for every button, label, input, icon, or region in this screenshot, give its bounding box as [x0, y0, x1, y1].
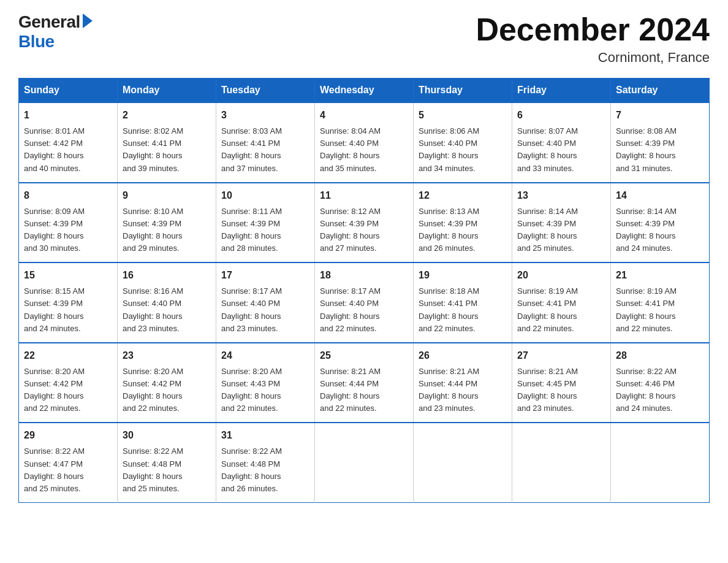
- day-info: Sunrise: 8:13 AMSunset: 4:39 PMDaylight:…: [419, 205, 507, 255]
- calendar-cell: 19Sunrise: 8:18 AMSunset: 4:41 PMDayligh…: [414, 262, 512, 343]
- day-info: Sunrise: 8:11 AMSunset: 4:39 PMDaylight:…: [221, 205, 309, 255]
- header-day-monday: Monday: [118, 79, 216, 103]
- day-info: Sunrise: 8:18 AMSunset: 4:41 PMDaylight:…: [419, 285, 507, 335]
- day-info: Sunrise: 8:17 AMSunset: 4:40 PMDaylight:…: [320, 285, 408, 335]
- day-number: 21: [616, 268, 704, 283]
- day-number: 6: [517, 108, 605, 123]
- calendar-cell: 27Sunrise: 8:21 AMSunset: 4:45 PMDayligh…: [512, 343, 611, 423]
- calendar-cell: 12Sunrise: 8:13 AMSunset: 4:39 PMDayligh…: [414, 183, 512, 263]
- header-day-sunday: Sunday: [19, 79, 118, 103]
- calendar-cell: 6Sunrise: 8:07 AMSunset: 4:40 PMDaylight…: [512, 102, 611, 183]
- day-number: 27: [517, 348, 605, 363]
- day-info: Sunrise: 8:04 AMSunset: 4:40 PMDaylight:…: [320, 125, 408, 175]
- calendar-cell: 17Sunrise: 8:17 AMSunset: 4:40 PMDayligh…: [216, 262, 315, 343]
- calendar-cell: 25Sunrise: 8:21 AMSunset: 4:44 PMDayligh…: [315, 343, 414, 423]
- day-number: 11: [320, 188, 408, 203]
- logo-blue-text: Blue: [18, 32, 55, 52]
- day-info: Sunrise: 8:09 AMSunset: 4:39 PMDaylight:…: [24, 205, 112, 255]
- day-number: 1: [24, 108, 112, 123]
- calendar-cell: 5Sunrise: 8:06 AMSunset: 4:40 PMDaylight…: [414, 102, 512, 183]
- day-info: Sunrise: 8:12 AMSunset: 4:39 PMDaylight:…: [320, 205, 408, 255]
- calendar-week-row: 22Sunrise: 8:20 AMSunset: 4:42 PMDayligh…: [19, 343, 710, 423]
- calendar-cell: [512, 423, 611, 502]
- day-info: Sunrise: 8:22 AMSunset: 4:47 PMDaylight:…: [24, 445, 112, 495]
- logo-arrow-icon: [83, 13, 93, 28]
- day-number: 31: [221, 428, 309, 443]
- calendar-cell: [315, 423, 414, 502]
- day-info: Sunrise: 8:22 AMSunset: 4:48 PMDaylight:…: [123, 445, 211, 495]
- day-number: 12: [419, 188, 507, 203]
- calendar-cell: 7Sunrise: 8:08 AMSunset: 4:39 PMDaylight…: [611, 102, 710, 183]
- day-info: Sunrise: 8:21 AMSunset: 4:44 PMDaylight:…: [419, 366, 507, 415]
- day-number: 2: [123, 108, 211, 123]
- calendar-cell: 1Sunrise: 8:01 AMSunset: 4:42 PMDaylight…: [19, 102, 118, 183]
- calendar-header-row: SundayMondayTuesdayWednesdayThursdayFrid…: [19, 79, 710, 103]
- day-info: Sunrise: 8:20 AMSunset: 4:42 PMDaylight:…: [123, 366, 211, 415]
- calendar-cell: [414, 423, 512, 502]
- day-info: Sunrise: 8:02 AMSunset: 4:41 PMDaylight:…: [123, 125, 211, 175]
- day-number: 28: [616, 348, 704, 363]
- day-number: 18: [320, 268, 408, 283]
- day-info: Sunrise: 8:17 AMSunset: 4:40 PMDaylight:…: [221, 285, 309, 335]
- day-number: 22: [24, 348, 112, 363]
- calendar-week-row: 8Sunrise: 8:09 AMSunset: 4:39 PMDaylight…: [19, 183, 710, 263]
- calendar-cell: 24Sunrise: 8:20 AMSunset: 4:43 PMDayligh…: [216, 343, 315, 423]
- day-info: Sunrise: 8:16 AMSunset: 4:40 PMDaylight:…: [123, 285, 211, 335]
- calendar-cell: 22Sunrise: 8:20 AMSunset: 4:42 PMDayligh…: [19, 343, 118, 423]
- calendar-cell: 2Sunrise: 8:02 AMSunset: 4:41 PMDaylight…: [118, 102, 216, 183]
- day-number: 23: [123, 348, 211, 363]
- day-number: 5: [419, 108, 507, 123]
- day-info: Sunrise: 8:03 AMSunset: 4:41 PMDaylight:…: [221, 125, 309, 175]
- day-number: 26: [419, 348, 507, 363]
- calendar-cell: 3Sunrise: 8:03 AMSunset: 4:41 PMDaylight…: [216, 102, 315, 183]
- day-info: Sunrise: 8:10 AMSunset: 4:39 PMDaylight:…: [123, 205, 211, 255]
- day-info: Sunrise: 8:14 AMSunset: 4:39 PMDaylight:…: [517, 205, 605, 255]
- calendar-week-row: 29Sunrise: 8:22 AMSunset: 4:47 PMDayligh…: [19, 423, 710, 502]
- day-info: Sunrise: 8:08 AMSunset: 4:39 PMDaylight:…: [616, 125, 704, 175]
- day-number: 10: [221, 188, 309, 203]
- day-number: 14: [616, 188, 704, 203]
- calendar-cell: 21Sunrise: 8:19 AMSunset: 4:41 PMDayligh…: [611, 262, 710, 343]
- day-info: Sunrise: 8:01 AMSunset: 4:42 PMDaylight:…: [24, 125, 112, 175]
- calendar-cell: 13Sunrise: 8:14 AMSunset: 4:39 PMDayligh…: [512, 183, 611, 263]
- title-section: December 2024 Cornimont, France: [476, 12, 710, 66]
- day-number: 8: [24, 188, 112, 203]
- calendar-cell: 26Sunrise: 8:21 AMSunset: 4:44 PMDayligh…: [414, 343, 512, 423]
- day-number: 3: [221, 108, 309, 123]
- header-day-tuesday: Tuesday: [216, 79, 315, 103]
- calendar-cell: 28Sunrise: 8:22 AMSunset: 4:46 PMDayligh…: [611, 343, 710, 423]
- day-info: Sunrise: 8:15 AMSunset: 4:39 PMDaylight:…: [24, 285, 112, 335]
- page-header: General Blue December 2024 Cornimont, Fr…: [18, 12, 710, 66]
- calendar-table: SundayMondayTuesdayWednesdayThursdayFrid…: [18, 78, 710, 503]
- day-info: Sunrise: 8:20 AMSunset: 4:42 PMDaylight:…: [24, 366, 112, 415]
- month-title: December 2024: [476, 12, 710, 47]
- day-number: 17: [221, 268, 309, 283]
- day-number: 9: [123, 188, 211, 203]
- day-number: 16: [123, 268, 211, 283]
- day-info: Sunrise: 8:22 AMSunset: 4:48 PMDaylight:…: [221, 445, 309, 495]
- day-number: 7: [616, 108, 704, 123]
- logo: General Blue: [18, 12, 93, 52]
- calendar-cell: 14Sunrise: 8:14 AMSunset: 4:39 PMDayligh…: [611, 183, 710, 263]
- day-info: Sunrise: 8:21 AMSunset: 4:45 PMDaylight:…: [517, 366, 605, 415]
- calendar-cell: 9Sunrise: 8:10 AMSunset: 4:39 PMDaylight…: [118, 183, 216, 263]
- location-text: Cornimont, France: [476, 50, 710, 66]
- day-info: Sunrise: 8:14 AMSunset: 4:39 PMDaylight:…: [616, 205, 704, 255]
- calendar-cell: 16Sunrise: 8:16 AMSunset: 4:40 PMDayligh…: [118, 262, 216, 343]
- calendar-week-row: 1Sunrise: 8:01 AMSunset: 4:42 PMDaylight…: [19, 102, 710, 183]
- day-number: 25: [320, 348, 408, 363]
- calendar-cell: 20Sunrise: 8:19 AMSunset: 4:41 PMDayligh…: [512, 262, 611, 343]
- calendar-cell: 29Sunrise: 8:22 AMSunset: 4:47 PMDayligh…: [19, 423, 118, 502]
- day-info: Sunrise: 8:06 AMSunset: 4:40 PMDaylight:…: [419, 125, 507, 175]
- calendar-week-row: 15Sunrise: 8:15 AMSunset: 4:39 PMDayligh…: [19, 262, 710, 343]
- calendar-cell: 4Sunrise: 8:04 AMSunset: 4:40 PMDaylight…: [315, 102, 414, 183]
- header-day-wednesday: Wednesday: [315, 79, 414, 103]
- day-info: Sunrise: 8:19 AMSunset: 4:41 PMDaylight:…: [517, 285, 605, 335]
- day-number: 29: [24, 428, 112, 443]
- day-info: Sunrise: 8:20 AMSunset: 4:43 PMDaylight:…: [221, 366, 309, 415]
- day-number: 15: [24, 268, 112, 283]
- day-info: Sunrise: 8:21 AMSunset: 4:44 PMDaylight:…: [320, 366, 408, 415]
- day-number: 24: [221, 348, 309, 363]
- calendar-cell: [611, 423, 710, 502]
- day-number: 19: [419, 268, 507, 283]
